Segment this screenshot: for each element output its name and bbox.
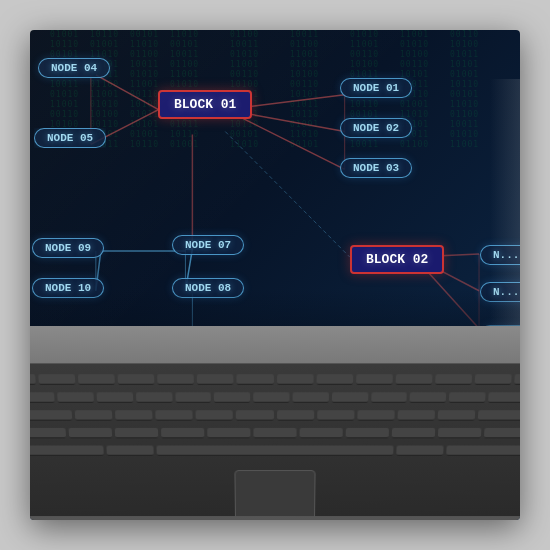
node02: NODE 02 <box>340 118 412 138</box>
node08: NODE 08 <box>172 278 244 298</box>
node10: NODE 10 <box>32 278 104 298</box>
block01-label: BLOCK 01 <box>158 90 252 119</box>
svg-line-21 <box>225 132 349 257</box>
node07: NODE 07 <box>172 235 244 255</box>
node04: NODE 04 <box>38 58 110 78</box>
node03: NODE 03 <box>340 158 412 178</box>
block02-label: BLOCK 02 <box>350 245 444 274</box>
svg-line-4 <box>96 75 159 110</box>
node09: NODE 09 <box>32 238 104 258</box>
keyboard-area <box>30 363 520 517</box>
node05: NODE 05 <box>34 128 106 148</box>
connections-svg <box>30 30 520 349</box>
network-diagram: BLOCK 01 NODE 01 NODE 02 NODE 03 NODE 04… <box>30 30 520 349</box>
node01: NODE 01 <box>340 78 412 98</box>
photo-frame: 01001 10110 00101 11010 01100 10011 0101… <box>30 30 520 520</box>
laptop-body <box>30 326 520 520</box>
